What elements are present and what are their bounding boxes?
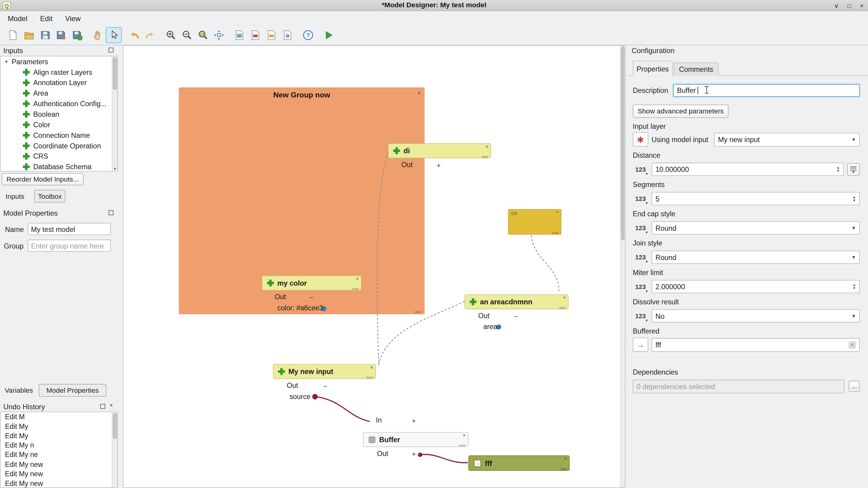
node-area-out-toggle[interactable]: − [514, 312, 518, 320]
node-buffer[interactable]: Buffer × ooo [363, 432, 468, 447]
miter-limit-spinbox[interactable]: 2.000000 ▲▼ [651, 280, 860, 293]
export-as-image-icon[interactable] [231, 27, 247, 43]
node-an-areacdnmnn[interactable]: an areacdnmnn × ooo [464, 294, 568, 309]
canvas-scrollbar[interactable] [620, 46, 625, 487]
node-buffer-in-toggle[interactable]: + [412, 417, 416, 425]
show-advanced-parameters-button[interactable]: Show advanced parameters [633, 105, 728, 118]
tree-item[interactable]: Align raster Layers [1, 67, 117, 78]
menu-model[interactable]: Model [7, 13, 28, 24]
undo-history-item[interactable]: Edit My ne [1, 450, 117, 460]
node-my-color-out-toggle[interactable]: − [309, 294, 313, 302]
help-icon[interactable]: ? [300, 27, 316, 43]
number-type-icon[interactable]: 123▼ [633, 162, 648, 176]
save-model-in-project-icon[interactable] [69, 27, 85, 43]
select-tool-icon[interactable] [106, 27, 122, 43]
tab-toolbox[interactable]: Toolbox [34, 190, 65, 202]
model-name-input[interactable]: My test model [28, 223, 111, 235]
undo-history-item[interactable]: Edit M [1, 412, 117, 422]
tree-item[interactable]: Coordinate Operation [1, 141, 117, 151]
zoom-out-icon[interactable] [179, 27, 195, 43]
expander-icon[interactable]: ▼ [4, 60, 8, 64]
segments-spinbox[interactable]: 5 ▲▼ [651, 192, 860, 205]
float-dock-icon[interactable] [108, 210, 114, 215]
new-model-icon[interactable] [5, 27, 21, 43]
number-type-icon[interactable]: 123▼ [633, 309, 648, 323]
open-model-icon[interactable] [21, 27, 37, 43]
undo-scrollbar[interactable] [112, 412, 117, 487]
zoom-in-icon[interactable] [163, 27, 179, 43]
end-cap-style-combo[interactable]: Round▼ [651, 221, 860, 235]
undo-icon[interactable] [126, 27, 142, 43]
tree-item[interactable]: Annotation Layer [1, 78, 117, 88]
maximize-icon[interactable]: □ [847, 2, 851, 9]
tab-properties[interactable]: Properties [633, 61, 673, 76]
node-di[interactable]: di × ooo [388, 143, 491, 158]
reorder-model-inputs-button[interactable]: Reorder Model Inputs... [2, 173, 84, 185]
run-model-icon[interactable] [320, 27, 337, 43]
clear-field-icon[interactable]: × [849, 341, 856, 349]
zoom-full-icon[interactable] [195, 27, 211, 43]
node-fff[interactable]: → fff × ooo [468, 455, 570, 471]
remove-node-icon[interactable]: × [370, 365, 373, 370]
tab-model-properties[interactable]: Model Properties [39, 384, 106, 397]
model-canvas[interactable]: New Group now × ooo di × ooo Out + 123 [123, 45, 625, 488]
node-comment[interactable]: 123 × ooo [508, 209, 561, 234]
export-as-pdf-icon[interactable] [247, 27, 263, 43]
minimize-icon[interactable]: ∨ [834, 2, 839, 9]
menu-view[interactable]: View [64, 13, 82, 24]
menu-edit[interactable]: Edit [39, 13, 53, 24]
export-as-svg-icon[interactable] [264, 27, 280, 43]
data-defined-override-button[interactable]: ▼ [847, 163, 860, 176]
tree-scrollbar[interactable]: ▼ [112, 56, 117, 171]
node-my-new-input-out-toggle[interactable]: − [323, 383, 327, 390]
tree-item[interactable]: Color [1, 119, 117, 130]
redo-icon[interactable] [142, 27, 158, 43]
undo-history-item[interactable]: Edit My [1, 431, 117, 441]
number-type-icon[interactable]: 123▼ [633, 251, 648, 264]
undo-history-item[interactable]: Edit My new [1, 460, 117, 469]
number-type-icon[interactable]: 123▼ [633, 280, 648, 293]
zoom-to-selection-icon[interactable] [211, 27, 227, 43]
description-input[interactable]: Buffer [673, 84, 860, 97]
save-model-icon[interactable] [37, 27, 53, 43]
pan-tool-icon[interactable] [90, 27, 105, 43]
buffered-input[interactable]: fff × [651, 338, 860, 352]
close-dock-icon[interactable]: × [110, 402, 113, 408]
number-type-icon[interactable]: 123▼ [633, 192, 648, 205]
node-my-new-input[interactable]: My new input × ooo [273, 364, 376, 379]
number-type-icon[interactable]: 123▼ [633, 221, 648, 235]
dependencies-field[interactable]: 0 dependencies selected [633, 379, 844, 393]
tree-item[interactable]: Database Schema [1, 162, 117, 172]
undo-history-item[interactable]: Edit My new [1, 469, 117, 479]
node-di-out-toggle[interactable]: + [437, 162, 441, 170]
join-style-combo[interactable]: Round▼ [651, 251, 860, 264]
dependencies-more-button[interactable]: ... [849, 380, 860, 392]
remove-node-icon[interactable]: × [564, 456, 567, 461]
node-buffer-out-toggle[interactable]: + [412, 450, 416, 458]
tree-item[interactable]: Authentication Config... [1, 99, 117, 109]
tree-item[interactable]: Boolean [1, 109, 117, 119]
dissolve-result-combo[interactable]: No▼ [651, 309, 860, 323]
tree-item[interactable]: Connection Name [1, 130, 117, 141]
remove-node-icon[interactable]: × [486, 144, 488, 149]
remove-node-icon[interactable]: × [463, 433, 466, 438]
tree-item[interactable]: CRS [1, 151, 117, 162]
tab-comments[interactable]: Comments [674, 62, 719, 76]
float-dock-icon[interactable] [100, 404, 105, 409]
model-group-input[interactable]: Enter group name here [28, 240, 111, 251]
close-icon[interactable]: × [860, 2, 864, 9]
tree-root-parameters[interactable]: ▼ Parameters [1, 56, 117, 67]
undo-history-item[interactable]: Edit My [1, 422, 117, 431]
save-model-as-icon[interactable] [53, 27, 69, 43]
scroll-down-icon[interactable]: ▼ [113, 167, 118, 171]
tree-item[interactable]: Area [1, 88, 117, 99]
distance-spinbox[interactable]: 10.000000 ▲▼ [651, 162, 843, 176]
undo-history-item[interactable]: Edit My n [1, 440, 117, 450]
undo-history-item[interactable]: Edit My new [1, 479, 117, 488]
node-my-color[interactable]: my color × ooo [262, 276, 361, 291]
remove-node-icon[interactable]: × [356, 276, 359, 281]
remove-node-icon[interactable]: × [556, 210, 559, 215]
tab-inputs[interactable]: Inputs [2, 190, 27, 202]
export-as-script-icon[interactable] [280, 27, 296, 43]
tab-variables[interactable]: Variables [2, 385, 35, 396]
